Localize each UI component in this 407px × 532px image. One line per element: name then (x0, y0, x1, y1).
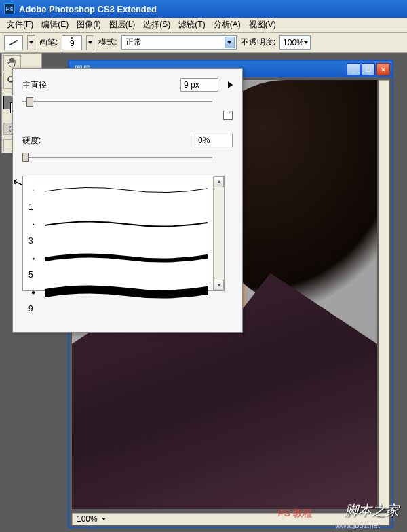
brush-preset-size: 9 (28, 304, 208, 314)
opacity-input[interactable]: 100% (279, 35, 311, 50)
blend-mode-value: 正常 (125, 37, 142, 48)
brush-preset-size: 5 (28, 270, 208, 280)
close-button[interactable]: × (376, 63, 390, 75)
hardness-label: 硬度: (22, 135, 41, 147)
scroll-up-icon[interactable] (214, 176, 224, 187)
brush-preset-item[interactable]: ● (28, 285, 208, 299)
brush-preset-thumb[interactable]: 9 (62, 35, 82, 50)
menu-filter[interactable]: 滤镜(T) (174, 18, 209, 32)
brush-size-value: 9 (70, 39, 75, 48)
mode-label: 模式: (98, 37, 117, 48)
brush-preset-item[interactable]: ● (28, 183, 208, 197)
brush-label: 画笔: (39, 37, 58, 48)
brush-preset-popup: 主直径 9 px 硬度: 0% ● (12, 68, 243, 332)
opacity-value: 100% (283, 38, 304, 48)
preset-scrollbar[interactable] (213, 176, 224, 290)
watermark-ps: PS 教程 (277, 508, 312, 520)
app-title: Adobe Photoshop CS3 Extended (19, 4, 157, 14)
menu-layer[interactable]: 图层(L) (105, 18, 140, 32)
photoshop-icon: Ps (4, 3, 15, 14)
options-bar: 画笔: 9 模式: 正常 不透明度: 100% (0, 33, 407, 53)
diameter-label: 主直径 (22, 79, 47, 91)
blend-mode-select[interactable]: 正常 (121, 35, 237, 50)
slider-thumb[interactable] (26, 97, 33, 107)
brush-preset-item[interactable]: ● (28, 251, 208, 265)
scroll-track[interactable] (214, 187, 224, 280)
menu-edit[interactable]: 编辑(E) (37, 18, 73, 32)
menu-image[interactable]: 图像(I) (73, 18, 104, 32)
diameter-input[interactable]: 9 px (180, 78, 218, 92)
brush-preset-size: 3 (28, 236, 208, 246)
vertical-scrollbar[interactable] (379, 80, 389, 509)
minimize-button[interactable]: _ (347, 63, 360, 75)
chevron-down-icon[interactable] (100, 518, 107, 520)
diameter-slider[interactable] (22, 97, 212, 107)
chevron-down-icon (225, 37, 235, 48)
watermark-main: 脚本之家 (345, 501, 399, 520)
workspace: 图层 ... _ □ × 100% 主直径 9 px (0, 53, 407, 532)
use-sample-size-icon[interactable] (223, 111, 233, 120)
titlebar: Ps Adobe Photoshop CS3 Extended (0, 0, 407, 18)
brush-list-items: ● 1 ● 3 ● 5 ● 9 (23, 176, 213, 290)
tool-preset-picker[interactable] (4, 35, 23, 50)
tool-preset-arrow-icon[interactable] (27, 35, 35, 50)
maximize-button[interactable]: □ (362, 63, 375, 75)
brush-preset-item[interactable]: ● (28, 217, 208, 231)
brush-preset-size: 1 (28, 202, 208, 212)
slider-thumb[interactable] (22, 153, 29, 162)
opacity-label: 不透明度: (241, 37, 275, 48)
scroll-down-icon[interactable] (214, 280, 224, 290)
chevron-down-icon (304, 41, 309, 44)
hardness-input[interactable]: 0% (195, 134, 233, 147)
hardness-slider[interactable] (22, 153, 212, 162)
watermark-url: www.jb51.net (336, 521, 380, 529)
brush-preset-arrow-icon[interactable] (86, 35, 94, 50)
flyout-menu-icon[interactable] (228, 81, 233, 88)
menu-select[interactable]: 选择(S) (139, 18, 174, 32)
brush-preset-list: ● 1 ● 3 ● 5 ● 9 (22, 176, 225, 291)
menu-file[interactable]: 文件(F) (3, 18, 37, 32)
menu-analysis[interactable]: 分析(A) (210, 18, 245, 32)
menubar: 文件(F) 编辑(E) 图像(I) 图层(L) 选择(S) 滤镜(T) 分析(A… (0, 18, 407, 33)
zoom-value[interactable]: 100% (77, 514, 98, 524)
menu-view[interactable]: 视图(V) (245, 18, 280, 32)
